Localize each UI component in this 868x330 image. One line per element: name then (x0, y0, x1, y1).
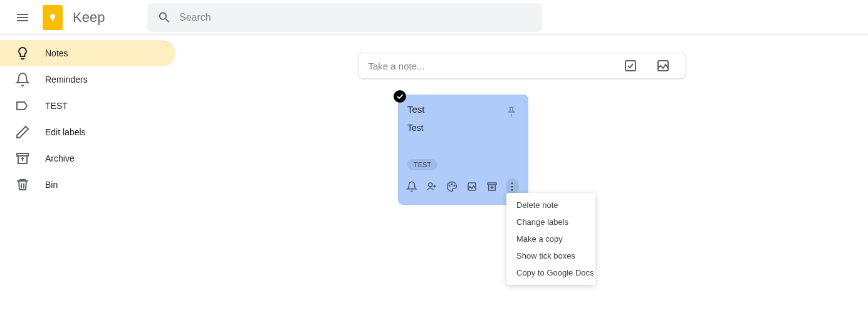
search-icon (157, 10, 172, 25)
note-body: Test (407, 123, 519, 133)
pin-icon (505, 105, 518, 118)
take-note-bar[interactable]: Take a note... (358, 53, 686, 79)
main-menu-button[interactable] (10, 5, 35, 30)
sidebar-item-label: Archive (45, 153, 75, 163)
svg-rect-0 (17, 153, 28, 156)
archive-icon (15, 151, 30, 166)
background-options-button[interactable] (445, 178, 458, 195)
archive-button[interactable] (486, 178, 499, 195)
note-card[interactable]: Test Test TEST (398, 95, 528, 205)
menu-copy-to-docs[interactable]: Copy to Google Docs (506, 264, 595, 281)
svg-rect-1 (625, 61, 635, 71)
sidebar-item-edit-labels[interactable]: Edit labels (0, 119, 175, 145)
note-title: Test (407, 104, 425, 115)
note-context-menu: Delete note Change labels Make a copy Sh… (506, 193, 595, 285)
sidebar-item-label: Edit labels (45, 127, 86, 137)
new-list-button[interactable] (618, 53, 643, 78)
add-image-button[interactable] (466, 178, 479, 195)
menu-show-tick-boxes[interactable]: Show tick boxes (506, 247, 595, 264)
sidebar-item-label-test[interactable]: TEST (0, 93, 175, 119)
sidebar-item-reminders[interactable]: Reminders (0, 66, 175, 93)
sidebar-item-label: Reminders (45, 75, 88, 85)
checkbox-icon (623, 58, 638, 73)
header: Keep (0, 0, 868, 35)
sidebar-item-label: Bin (45, 180, 58, 190)
take-note-placeholder: Take a note... (369, 61, 610, 71)
svg-point-4 (449, 185, 450, 187)
image-icon (656, 58, 671, 73)
sidebar-item-label: Notes (45, 48, 68, 58)
brand-name: Keep (73, 9, 105, 26)
new-image-note-button[interactable] (651, 53, 676, 78)
content-area: Take a note... Test Test TEST (175, 35, 868, 330)
note-label-chip[interactable]: TEST (407, 159, 437, 170)
palette-icon (446, 181, 458, 192)
app-logo (40, 5, 65, 30)
sidebar: Notes Reminders TEST Edit labels Archive… (0, 35, 175, 330)
pin-button[interactable] (504, 104, 519, 119)
menu-delete-note[interactable]: Delete note (506, 197, 595, 214)
svg-point-11 (511, 189, 513, 191)
keep-logo-icon (43, 5, 63, 30)
menu-make-copy[interactable]: Make a copy (506, 230, 595, 247)
remind-me-button[interactable] (405, 178, 418, 195)
sidebar-item-bin[interactable]: Bin (0, 172, 175, 198)
svg-point-9 (511, 182, 513, 184)
note-header: Test (407, 104, 519, 119)
sidebar-item-archive[interactable]: Archive (0, 145, 175, 172)
search-bar[interactable] (147, 3, 542, 32)
svg-point-6 (454, 185, 455, 187)
svg-point-10 (511, 186, 513, 188)
sidebar-item-notes[interactable]: Notes (0, 40, 175, 66)
lightbulb-icon (15, 46, 30, 61)
more-vert-icon (506, 181, 518, 192)
trash-icon (15, 177, 30, 192)
sidebar-item-label: TEST (45, 101, 68, 111)
bell-plus-icon (406, 181, 417, 192)
image-icon (466, 181, 478, 192)
svg-point-3 (429, 183, 432, 187)
person-add-icon (426, 181, 437, 192)
check-icon (395, 92, 404, 101)
hamburger-icon (15, 10, 30, 25)
note-toolbar (405, 178, 519, 195)
svg-rect-8 (488, 183, 497, 185)
label-icon (15, 98, 30, 113)
collaborator-button[interactable] (425, 178, 438, 195)
menu-change-labels[interactable]: Change labels (506, 214, 595, 230)
note-selected-badge[interactable] (394, 90, 406, 103)
svg-point-5 (451, 184, 452, 185)
pencil-icon (15, 125, 30, 140)
main-area: Notes Reminders TEST Edit labels Archive… (0, 35, 868, 330)
search-input[interactable] (179, 12, 532, 23)
archive-icon (486, 181, 498, 192)
bell-icon (15, 72, 30, 87)
